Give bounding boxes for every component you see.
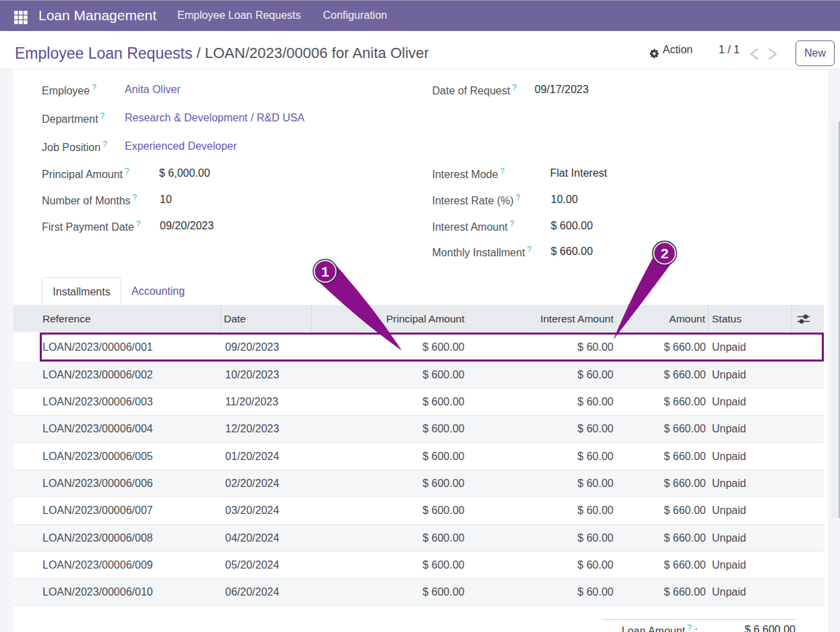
svg-text:1: 1 xyxy=(321,264,329,279)
svg-text:2: 2 xyxy=(661,246,669,261)
